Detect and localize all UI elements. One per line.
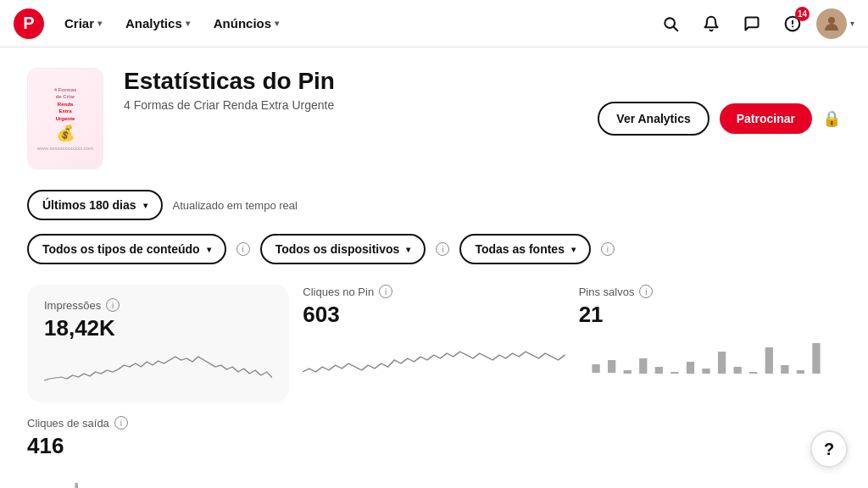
impressoes-label: Impressões i [44, 298, 272, 312]
metrics-grid: Impressões i 18,42K Cliques no Pin i 603… [27, 285, 841, 402]
anuncios-menu[interactable]: Anúncios ▾ [203, 9, 289, 37]
criar-chevron-icon: ▾ [97, 19, 102, 28]
filter-row-period: Últimos 180 dias ▾ Atualizado em tempo r… [27, 190, 841, 220]
notifications-wrapper: 14 [776, 7, 810, 41]
cliques-pin-info-icon[interactable]: i [379, 285, 392, 298]
pin-image-coin-icon: 💰 [56, 124, 75, 142]
svg-rect-17 [765, 347, 772, 374]
svg-rect-10 [654, 367, 662, 374]
pin-image-text: 4 Formasde CriarRendaExtraUrgente [54, 86, 77, 122]
ver-analytics-button[interactable]: Ver Analytics [598, 102, 709, 136]
cliques-saida-card: Cliques de saída i 416 [27, 416, 197, 488]
svg-rect-18 [781, 365, 788, 374]
cliques-pin-sparkline [303, 335, 565, 375]
svg-rect-20 [812, 343, 820, 374]
cliques-pin-value: 603 [303, 302, 565, 328]
impressoes-card: Impressões i 18,42K [27, 285, 289, 402]
patrocinar-button[interactable]: Patrocinar [720, 103, 812, 134]
pins-salvos-card: Pins salvos i 21 [579, 285, 841, 402]
period-chevron-icon: ▾ [143, 201, 147, 210]
notifications-button[interactable] [694, 7, 728, 41]
svg-rect-12 [686, 362, 693, 374]
pin-subtitle: 4 Formas de Criar Renda Extra Urgente [124, 98, 598, 112]
messages-button[interactable] [735, 7, 769, 41]
cliques-saida-sparkline [27, 466, 129, 488]
pin-info: Estatísticas do Pin 4 Formas de Criar Re… [124, 68, 598, 112]
pin-image-url: www.xxxxxxxxxxxxx.com [37, 146, 93, 151]
cliques-saida-value: 416 [27, 433, 197, 459]
pin-actions: Ver Analytics Patrocinar 🔒 [598, 102, 841, 136]
metrics-row2: Cliques de saída i 416 [27, 416, 841, 488]
filter-row-content: Todos os tipos de conteúdo ▾ i Todos os … [27, 234, 841, 264]
period-dropdown[interactable]: Últimos 180 dias ▾ [27, 190, 163, 220]
cliques-saida-info-icon[interactable]: i [114, 416, 128, 430]
lock-icon: 🔒 [822, 109, 841, 128]
top-navigation: P Criar ▾ Analytics ▾ Anúncios ▾ 14 [0, 0, 868, 47]
anuncios-label: Anúncios [214, 16, 271, 30]
svg-point-5 [828, 17, 835, 24]
realtime-label: Atualizado em tempo real [173, 199, 298, 212]
anuncios-chevron-icon: ▾ [275, 19, 279, 28]
pinterest-logo[interactable]: P [14, 8, 44, 39]
impressoes-value: 18,42K [44, 315, 272, 341]
cliques-pin-card: Cliques no Pin i 603 [303, 285, 565, 402]
svg-rect-6 [592, 364, 599, 373]
svg-rect-11 [670, 372, 678, 374]
impressoes-sparkline [44, 348, 272, 389]
criar-menu[interactable]: Criar ▾ [54, 9, 112, 37]
analytics-chevron-icon: ▾ [186, 19, 190, 28]
pins-salvos-sparkline [579, 335, 841, 375]
svg-rect-15 [733, 367, 741, 374]
svg-rect-7 [608, 360, 615, 373]
svg-rect-13 [702, 369, 709, 374]
page-title: Estatísticas do Pin [124, 68, 598, 95]
avatar-chevron-icon[interactable]: ▾ [850, 19, 854, 28]
sources-label: Todas as fontes [475, 242, 565, 256]
avatar-icon [821, 14, 842, 34]
svg-rect-19 [796, 370, 804, 374]
analytics-label: Analytics [125, 16, 182, 30]
content-chevron-icon: ▾ [207, 245, 211, 254]
pins-salvos-label: Pins salvos i [579, 285, 841, 298]
impressoes-info-icon[interactable]: i [106, 298, 120, 312]
criar-label: Criar [64, 16, 94, 30]
svg-rect-8 [623, 370, 631, 374]
devices-info-icon[interactable]: i [436, 242, 449, 256]
main-content: 4 Formasde CriarRendaExtraUrgente 💰 www.… [0, 47, 868, 488]
period-label: Últimos 180 dias [42, 198, 136, 212]
content-type-label: Todos os tipos de conteúdo [42, 242, 200, 256]
nav-left: P Criar ▾ Analytics ▾ Anúncios ▾ [14, 8, 289, 39]
content-info-icon[interactable]: i [236, 242, 250, 256]
pin-image: 4 Formasde CriarRendaExtraUrgente 💰 www.… [27, 68, 103, 169]
svg-rect-14 [718, 352, 726, 374]
devices-chevron-icon: ▾ [406, 245, 410, 254]
svg-rect-9 [639, 358, 647, 374]
analytics-menu[interactable]: Analytics ▾ [115, 9, 200, 37]
cliques-saida-label: Cliques de saída i [27, 416, 197, 430]
sources-dropdown[interactable]: Todas as fontes ▾ [459, 234, 591, 264]
bell-icon [703, 15, 720, 32]
nav-right: 14 ▾ [654, 7, 854, 41]
devices-dropdown[interactable]: Todos os dispositivos ▾ [260, 234, 426, 264]
help-button[interactable]: ? [810, 430, 848, 468]
pins-salvos-info-icon[interactable]: i [639, 285, 653, 298]
search-button[interactable] [654, 7, 687, 41]
pins-salvos-value: 21 [579, 302, 841, 328]
svg-rect-16 [749, 372, 757, 374]
devices-label: Todos os dispositivos [275, 242, 400, 256]
content-type-dropdown[interactable]: Todos os tipos de conteúdo ▾ [27, 234, 226, 264]
search-icon [662, 15, 679, 32]
message-icon [743, 15, 760, 32]
sources-info-icon[interactable]: i [601, 242, 615, 256]
avatar[interactable] [816, 8, 847, 39]
notification-badge: 14 [795, 7, 810, 21]
sources-chevron-icon: ▾ [571, 245, 576, 254]
pin-header: 4 Formasde CriarRendaExtraUrgente 💰 www.… [27, 68, 841, 169]
cliques-pin-label: Cliques no Pin i [303, 285, 565, 298]
svg-rect-23 [75, 483, 78, 488]
svg-line-1 [674, 26, 678, 30]
